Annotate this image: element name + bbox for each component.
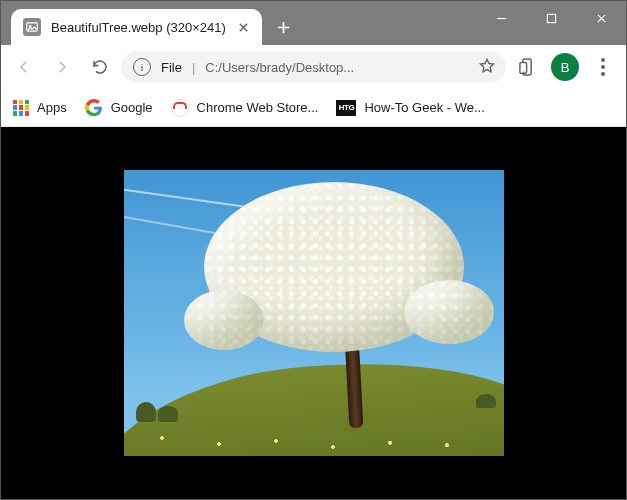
bookmark-how-to-geek[interactable]: HTG How-To Geek - We...: [336, 100, 484, 116]
chrome-web-store-icon: [171, 99, 189, 117]
tab-title: BeautifulTree.webp (320×241): [51, 20, 226, 35]
image-icon: [23, 18, 41, 36]
bookmark-star-icon[interactable]: [478, 57, 496, 78]
browser-window: BeautifulTree.webp (320×241) i File | C:…: [0, 0, 627, 500]
url-path: C:/Users/brady/Desktop...: [205, 60, 468, 75]
bookmark-google[interactable]: Google: [85, 99, 153, 117]
toolbar: i File | C:/Users/brady/Desktop... B: [1, 45, 626, 89]
bookmark-apps[interactable]: Apps: [13, 100, 67, 116]
reload-button[interactable]: [83, 50, 117, 84]
send-to-devices-icon[interactable]: [510, 50, 544, 84]
new-tab-button[interactable]: [270, 13, 298, 41]
titlebar: BeautifulTree.webp (320×241): [1, 1, 626, 45]
svg-rect-2: [547, 14, 555, 22]
minimize-button[interactable]: [476, 1, 526, 35]
bookmark-label: Google: [111, 100, 153, 115]
active-tab[interactable]: BeautifulTree.webp (320×241): [11, 9, 262, 45]
avatar-letter: B: [561, 60, 570, 75]
content-viewport: [1, 127, 626, 499]
url-type-label: File: [161, 60, 182, 75]
htg-icon: HTG: [336, 100, 356, 116]
profile-avatar[interactable]: B: [548, 50, 582, 84]
back-button[interactable]: [7, 50, 41, 84]
forward-button[interactable]: [45, 50, 79, 84]
apps-grid-icon: [13, 100, 29, 116]
google-icon: [85, 99, 103, 117]
window-controls: [476, 1, 626, 35]
close-button[interactable]: [576, 1, 626, 35]
menu-button[interactable]: [586, 50, 620, 84]
displayed-image: [124, 170, 504, 456]
bookmark-chrome-web-store[interactable]: Chrome Web Store...: [171, 99, 319, 117]
site-info-icon[interactable]: i: [133, 58, 151, 76]
bookmark-label: How-To Geek - We...: [364, 100, 484, 115]
bookmark-label: Chrome Web Store...: [197, 100, 319, 115]
kebab-icon: [601, 58, 605, 76]
maximize-button[interactable]: [526, 1, 576, 35]
url-separator: |: [192, 60, 195, 75]
bookmarks-bar: Apps Google Chrome Web Store... HTG How-…: [1, 89, 626, 127]
tab-close-icon[interactable]: [236, 19, 252, 35]
address-bar[interactable]: i File | C:/Users/brady/Desktop...: [121, 51, 506, 83]
bookmark-label: Apps: [37, 100, 67, 115]
